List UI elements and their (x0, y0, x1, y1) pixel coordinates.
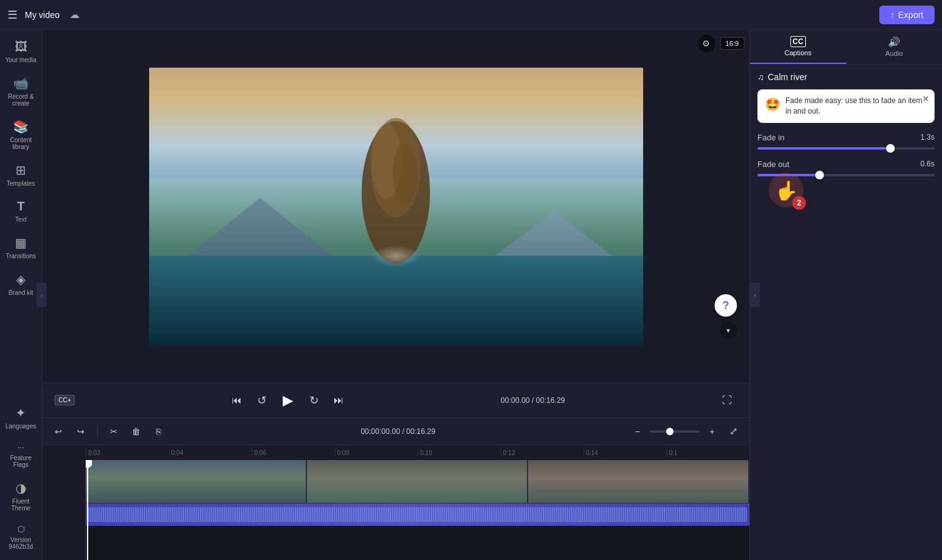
left-sidebar: 🖼 Your media 📹 Record & create 📚 Content… (0, 30, 42, 560)
right-panel: ‹ CC Captions 🔊 Audio ♫ Calm river 🤩 Fad… (749, 30, 942, 560)
tooltip-box: 🤩 Fade made easy: use this to fade an it… (757, 89, 935, 123)
help-button[interactable]: ? (715, 294, 737, 317)
sidebar-item-label: Record & create (5, 93, 37, 107)
zoom-thumb[interactable] (666, 428, 674, 435)
cloud-icon[interactable]: ☁ (70, 9, 80, 20)
fade-in-thumb[interactable] (886, 144, 895, 153)
expand-timeline-button[interactable]: ⤢ (725, 423, 742, 440)
ruler-mark: 0:06 (252, 449, 335, 456)
sidebar-item-text[interactable]: T Text (2, 194, 40, 228)
fullscreen-button[interactable]: ⛶ (717, 391, 737, 410)
version-icon: ⬡ (17, 524, 25, 534)
fade-in-control: Fade in 1.3s (757, 133, 935, 150)
panel-content: ♫ Calm river 🤩 Fade made easy: use this … (750, 65, 942, 560)
timeline-tracks (42, 460, 749, 560)
captions-tab-label: Captions (785, 49, 812, 56)
ruler-mark: 0:02 (86, 449, 169, 456)
clip-thumbnail (307, 460, 527, 503)
audio-track-label (42, 510, 85, 561)
sidebar-item-languages[interactable]: ✦ Languages (2, 400, 40, 435)
captions-button[interactable]: CC+ (55, 395, 75, 405)
zoom-in-button[interactable]: + (703, 423, 721, 440)
video-top-controls: ⚙ 16:9 (698, 35, 744, 52)
text-icon: T (17, 199, 24, 214)
sidebar-item-record[interactable]: 📹 Record & create (2, 71, 40, 112)
ruler-mark: 0:10 (418, 449, 501, 456)
sidebar-item-label: Text (15, 216, 26, 223)
fade-in-label-row: Fade in 1.3s (757, 133, 935, 142)
hamburger-icon[interactable]: ☰ (7, 8, 17, 22)
sidebar-item-label: Transitions (6, 253, 36, 260)
svg-point-3 (393, 143, 418, 205)
playback-controls: ⏮ ↺ ▶ ↻ ⏭ (227, 389, 349, 412)
toolbar-divider (97, 425, 98, 438)
sidebar-item-label: Version 9462b3d (5, 536, 37, 550)
redo-button[interactable]: ↪ (72, 423, 89, 440)
player-controls: CC+ ⏮ ↺ ▶ ↻ ⏭ 00:00.00 / 00:16.29 ⛶ (42, 382, 749, 417)
aspect-ratio-badge[interactable]: 16:9 (720, 37, 744, 50)
water-splash (371, 245, 421, 268)
captions-tab-icon: CC (790, 36, 806, 47)
zoom-controls: − + ⤢ (629, 423, 742, 440)
tab-audio[interactable]: 🔊 Audio (846, 30, 943, 64)
canvas-area: ⚙ 16:9 ? ▼ CC+ ⏮ ↺ ▶ ↻ ⏭ (42, 30, 749, 417)
skip-forward-button[interactable]: ⏭ (329, 391, 349, 410)
sidebar-item-templates[interactable]: ⊞ Templates (2, 158, 40, 192)
audio-track[interactable] (86, 504, 749, 526)
fade-out-fill (757, 174, 820, 176)
sidebar-item-label: Feature Flags (5, 454, 37, 468)
sidebar-item-content[interactable]: 📚 Content library (2, 114, 40, 155)
sidebar-item-label: Content library (5, 137, 37, 150)
copy-button[interactable]: ⎘ (150, 423, 167, 440)
fade-out-slider[interactable] (757, 174, 935, 176)
ruler-mark: 0:08 (335, 449, 418, 456)
controls-right: ⛶ (717, 391, 737, 410)
video-track[interactable] (86, 460, 749, 504)
video-frame (149, 68, 643, 345)
sidebar-item-feature[interactable]: ··· Feature Flags (2, 437, 40, 473)
media-icon: 🖼 (15, 40, 27, 54)
ruler-mark: 0:04 (169, 449, 252, 456)
fade-in-fill (757, 147, 890, 150)
audio-title: Calm river (768, 72, 808, 82)
export-button[interactable]: Export (879, 6, 935, 24)
forward-button[interactable]: ↻ (304, 391, 324, 410)
tab-captions[interactable]: CC Captions (750, 30, 846, 64)
sidebar-item-label: Templates (7, 180, 35, 187)
sidebar-item-brand[interactable]: ◈ Brand kit (2, 267, 40, 301)
audio-tab-icon: 🔊 (888, 36, 900, 48)
sidebar-collapse-button[interactable]: › (37, 282, 47, 307)
fade-out-label: Fade out (757, 160, 789, 169)
tooltip-text: Fade made easy: use this to fade an item… (785, 96, 927, 117)
fade-out-label-row: Fade out 0.6s (757, 160, 935, 169)
fade-out-thumb[interactable] (815, 171, 824, 179)
cut-button[interactable]: ✂ (105, 423, 122, 440)
zoom-slider[interactable] (650, 430, 700, 433)
track-labels (42, 460, 86, 560)
fade-in-slider[interactable] (757, 147, 935, 150)
fade-out-control: Fade out 0.6s (757, 160, 935, 176)
rewind-button[interactable]: ↺ (252, 391, 272, 410)
clip-segment-3 (528, 460, 749, 503)
clip-segment-2 (307, 460, 528, 503)
zoom-out-button[interactable]: − (629, 423, 646, 440)
sidebar-item-version[interactable]: ⬡ Version 9462b3d (2, 519, 40, 555)
audio-waveform (86, 504, 749, 526)
delete-button[interactable]: 🗑 (127, 423, 145, 440)
sidebar-item-media[interactable]: 🖼 Your media (2, 35, 40, 68)
record-icon: 📹 (13, 76, 29, 91)
tooltip-close-button[interactable]: ✕ (922, 93, 930, 106)
right-panel-collapse[interactable]: ‹ (750, 282, 760, 307)
skip-back-button[interactable]: ⏮ (227, 391, 247, 410)
sidebar-item-fluent[interactable]: ◑ Fluent Theme (2, 476, 40, 517)
video-title: My video (25, 10, 60, 20)
sidebar-item-transitions[interactable]: ▦ Transitions (2, 230, 40, 264)
settings-button[interactable]: ⚙ (698, 35, 715, 52)
collapse-button[interactable]: ▼ (720, 322, 737, 339)
sidebar-item-label: Brand kit (9, 289, 33, 296)
panel-tabs: CC Captions 🔊 Audio (750, 30, 942, 65)
undo-button[interactable]: ↩ (50, 423, 67, 440)
ruler-mark: 0:14 (583, 449, 667, 456)
play-button[interactable]: ▶ (277, 389, 299, 412)
timeline-toolbar: ↩ ↪ ✂ 🗑 ⎘ 00:00:00.00 / 00:16.29 − + ⤢ (42, 418, 749, 445)
